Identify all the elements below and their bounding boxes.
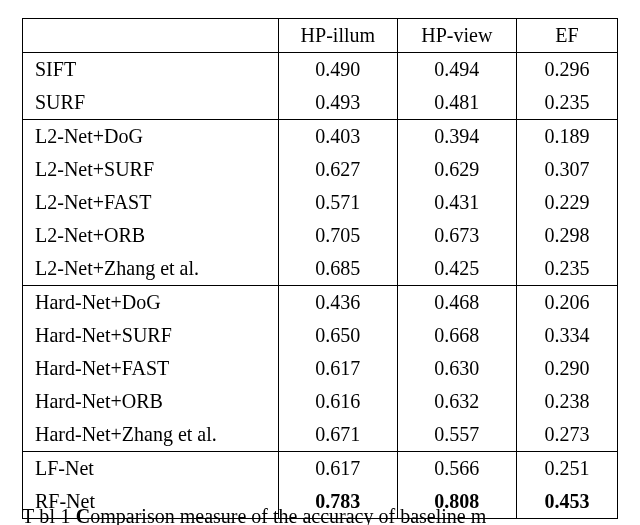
- method-cell: SURF: [23, 86, 279, 120]
- value-cell: 0.394: [397, 120, 516, 154]
- value-cell: 0.557: [397, 418, 516, 452]
- value-cell: 0.566: [397, 452, 516, 486]
- table-row: Hard-Net+SURF 0.650 0.668 0.334: [23, 319, 618, 352]
- method-cell: L2-Net+Zhang et al.: [23, 252, 279, 286]
- table-row: Hard-Net+FAST 0.617 0.630 0.290: [23, 352, 618, 385]
- value-cell: 0.617: [278, 452, 397, 486]
- value-cell: 0.616: [278, 385, 397, 418]
- value-cell: 0.481: [397, 86, 516, 120]
- value-cell: 0.425: [397, 252, 516, 286]
- value-cell: 0.229: [516, 186, 617, 219]
- value-cell: 0.403: [278, 120, 397, 154]
- col-hp-illum-header: HP-illum: [278, 19, 397, 53]
- table-caption: T bl 1 Comparison measure of the accurac…: [22, 505, 618, 525]
- value-cell: 0.206: [516, 286, 617, 320]
- value-cell: 0.273: [516, 418, 617, 452]
- method-cell: Hard-Net+Zhang et al.: [23, 418, 279, 452]
- value-cell: 0.630: [397, 352, 516, 385]
- method-cell: LF-Net: [23, 452, 279, 486]
- table-row: Hard-Net+Zhang et al. 0.671 0.557 0.273: [23, 418, 618, 452]
- value-cell: 0.235: [516, 252, 617, 286]
- table-row: L2-Net+ORB 0.705 0.673 0.298: [23, 219, 618, 252]
- value-cell: 0.238: [516, 385, 617, 418]
- method-cell: SIFT: [23, 53, 279, 87]
- value-cell: 0.668: [397, 319, 516, 352]
- value-cell: 0.705: [278, 219, 397, 252]
- col-hp-view-header: HP-view: [397, 19, 516, 53]
- caption-bold: C: [76, 505, 90, 525]
- value-cell: 0.307: [516, 153, 617, 186]
- method-cell: L2-Net+ORB: [23, 219, 279, 252]
- table-row: LF-Net 0.617 0.566 0.251: [23, 452, 618, 486]
- value-cell: 0.298: [516, 219, 617, 252]
- col-ef-header: EF: [516, 19, 617, 53]
- value-cell: 0.431: [397, 186, 516, 219]
- value-cell: 0.436: [278, 286, 397, 320]
- caption-text: omparison measure of the accuracy of bas…: [90, 505, 486, 525]
- method-cell: Hard-Net+DoG: [23, 286, 279, 320]
- value-cell: 0.671: [278, 418, 397, 452]
- value-cell: 0.235: [516, 86, 617, 120]
- value-cell: 0.334: [516, 319, 617, 352]
- value-cell: 0.290: [516, 352, 617, 385]
- table-row: SIFT 0.490 0.494 0.296: [23, 53, 618, 87]
- value-cell: 0.571: [278, 186, 397, 219]
- value-cell: 0.493: [278, 86, 397, 120]
- table-row: L2-Net+Zhang et al. 0.685 0.425 0.235: [23, 252, 618, 286]
- table-row: Hard-Net+ORB 0.616 0.632 0.238: [23, 385, 618, 418]
- value-cell: 0.494: [397, 53, 516, 87]
- method-cell: Hard-Net+FAST: [23, 352, 279, 385]
- value-cell: 0.468: [397, 286, 516, 320]
- value-cell: 0.632: [397, 385, 516, 418]
- caption-lead: T bl 1: [22, 505, 76, 525]
- value-cell: 0.673: [397, 219, 516, 252]
- value-cell: 0.650: [278, 319, 397, 352]
- table-row: L2-Net+FAST 0.571 0.431 0.229: [23, 186, 618, 219]
- method-cell: L2-Net+SURF: [23, 153, 279, 186]
- method-cell: Hard-Net+SURF: [23, 319, 279, 352]
- col-method-header: [23, 19, 279, 53]
- results-table: HP-illum HP-view EF SIFT 0.490 0.494 0.2…: [22, 18, 618, 519]
- method-cell: L2-Net+FAST: [23, 186, 279, 219]
- table-header-row: HP-illum HP-view EF: [23, 19, 618, 53]
- value-cell: 0.685: [278, 252, 397, 286]
- value-cell: 0.627: [278, 153, 397, 186]
- table-row: L2-Net+SURF 0.627 0.629 0.307: [23, 153, 618, 186]
- value-cell: 0.490: [278, 53, 397, 87]
- table-row: Hard-Net+DoG 0.436 0.468 0.206: [23, 286, 618, 320]
- value-cell: 0.629: [397, 153, 516, 186]
- value-cell: 0.189: [516, 120, 617, 154]
- value-cell: 0.296: [516, 53, 617, 87]
- table-row: SURF 0.493 0.481 0.235: [23, 86, 618, 120]
- value-cell: 0.617: [278, 352, 397, 385]
- value-cell: 0.251: [516, 452, 617, 486]
- method-cell: L2-Net+DoG: [23, 120, 279, 154]
- table-row: L2-Net+DoG 0.403 0.394 0.189: [23, 120, 618, 154]
- method-cell: Hard-Net+ORB: [23, 385, 279, 418]
